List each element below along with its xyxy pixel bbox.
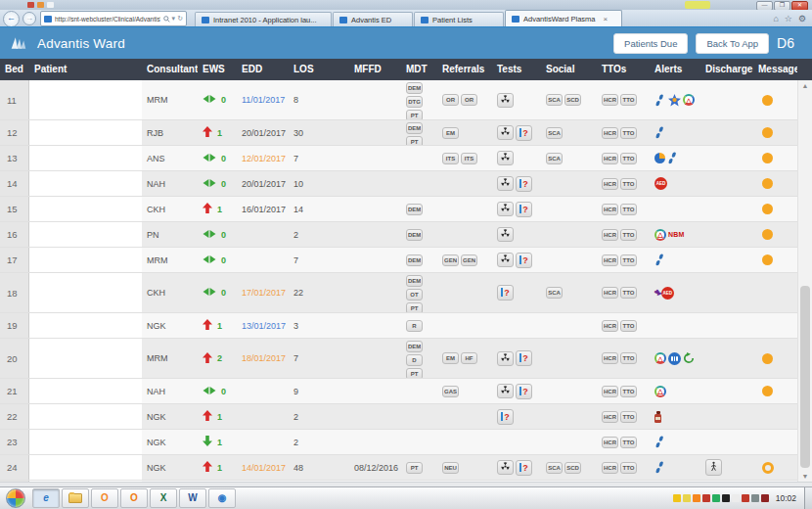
- mdt-badge[interactable]: DTG: [406, 96, 423, 108]
- tto-badge[interactable]: TTO: [620, 386, 637, 397]
- test-query-icon[interactable]: ?: [516, 350, 532, 366]
- referral-badge[interactable]: OR: [461, 94, 477, 106]
- tab-intranet[interactable]: Intranet 2010 - Application lau...: [195, 12, 332, 27]
- close-tab-icon[interactable]: ×: [604, 15, 609, 23]
- nbm-icon[interactable]: NBM: [668, 231, 685, 238]
- tto-badge[interactable]: TTO: [620, 352, 637, 364]
- tto-badge[interactable]: TTO: [620, 411, 637, 423]
- table-row-bed-23[interactable]: 23NGK12HCRTTO: [0, 430, 797, 455]
- social-badge[interactable]: SCA: [546, 287, 563, 299]
- tto-badge[interactable]: HCR: [602, 178, 618, 190]
- ring-triangle-icon[interactable]: △: [654, 386, 666, 397]
- tto-badge[interactable]: HCR: [602, 352, 618, 364]
- table-row-bed-21[interactable]: 21NAH09GAS?HCRTTO△: [0, 379, 797, 404]
- test-query-icon[interactable]: ?: [516, 460, 532, 476]
- home-icon[interactable]: ⌂: [773, 14, 778, 23]
- tab-advantisward-plasma[interactable]: AdvantisWard Plasma ×: [505, 10, 622, 27]
- tto-badge[interactable]: HCR: [602, 320, 618, 332]
- mdt-badge[interactable]: PT: [406, 462, 423, 474]
- taskbar-button-app-orange-1[interactable]: O: [91, 488, 118, 508]
- table-row-bed-15[interactable]: 15CKH116/01/201714DEM?HCRTTO: [0, 197, 797, 222]
- tto-badge[interactable]: HCR: [602, 127, 618, 139]
- tto-badge[interactable]: HCR: [602, 287, 618, 299]
- mdt-badge[interactable]: PT: [406, 368, 423, 378]
- mdt-badge[interactable]: DEM: [406, 82, 423, 94]
- table-row-bed-20[interactable]: 20MRM218/01/20177DEMDPTTVEMHF?HCRTTO△: [0, 339, 797, 379]
- start-button[interactable]: [6, 488, 25, 508]
- radiation-icon[interactable]: [497, 176, 514, 191]
- scroll-down-icon[interactable]: ▼: [798, 473, 812, 480]
- social-badge[interactable]: SCA: [546, 127, 563, 139]
- table-row-bed-12[interactable]: 12RJB120/01/201730DEMPTEM?SCAHCRTTO: [0, 120, 797, 146]
- flash-icon[interactable]: [654, 254, 666, 266]
- refresh-icon[interactable]: ↻: [177, 15, 183, 23]
- taskbar-button-excel[interactable]: X: [150, 488, 177, 508]
- mdt-badge[interactable]: OT: [406, 289, 423, 301]
- taskbar-button-app-orange-2[interactable]: O: [120, 488, 148, 508]
- scrollbar-thumb[interactable]: [800, 286, 810, 468]
- radiation-icon[interactable]: [497, 202, 514, 216]
- message-dot[interactable]: [762, 462, 774, 474]
- mdt-badge[interactable]: DEM: [406, 254, 423, 266]
- scroll-up-icon[interactable]: ▲: [798, 82, 812, 89]
- ring-triangle-icon[interactable]: △: [683, 94, 695, 106]
- address-bar[interactable]: http://snt-webcluster/Clinical/AdvantisW…: [40, 11, 187, 26]
- ring-triangle-icon[interactable]: △: [654, 229, 666, 241]
- referral-badge[interactable]: EM: [442, 127, 459, 139]
- message-dot[interactable]: [762, 204, 773, 214]
- taskbar-clock[interactable]: 10:02: [776, 493, 796, 503]
- message-dot[interactable]: [762, 254, 773, 265]
- tto-badge[interactable]: HCR: [602, 462, 618, 474]
- referral-badge[interactable]: NEU: [442, 462, 459, 474]
- message-dot[interactable]: [762, 95, 773, 106]
- radiation-icon[interactable]: [497, 384, 514, 398]
- tray-icon-3[interactable]: [702, 494, 710, 502]
- social-badge[interactable]: SCD: [564, 462, 581, 474]
- pie-icon[interactable]: [654, 153, 665, 163]
- radiation-icon[interactable]: [497, 460, 514, 475]
- tto-badge[interactable]: HCR: [602, 254, 618, 266]
- tto-badge[interactable]: TTO: [620, 287, 637, 299]
- referral-badge[interactable]: ITS: [461, 153, 477, 164]
- flash-icon[interactable]: [654, 126, 666, 139]
- url-text[interactable]: http://snt-webcluster/Clinical/AdvantisW…: [55, 16, 160, 23]
- test-query-icon[interactable]: ?: [516, 176, 532, 192]
- table-row-bed-16[interactable]: 16PN02DEMHCRTTO△NBM: [0, 222, 797, 248]
- radiation-icon[interactable]: [497, 351, 514, 366]
- tray-icon-8[interactable]: [751, 494, 759, 502]
- mdt-badge[interactable]: PT: [406, 110, 423, 119]
- bottle-icon[interactable]: [654, 411, 661, 423]
- tto-badge[interactable]: TTO: [620, 153, 637, 164]
- referral-badge[interactable]: GEN: [442, 254, 459, 266]
- vertical-scrollbar[interactable]: ▲ ▼: [797, 80, 812, 482]
- test-query-icon[interactable]: ?: [497, 285, 514, 301]
- tto-badge[interactable]: TTO: [620, 320, 637, 332]
- taskbar-button-word[interactable]: W: [179, 488, 206, 508]
- tto-badge[interactable]: TTO: [620, 437, 637, 448]
- table-row-bed-18[interactable]: 18CKH017/01/201722DEMOTPT?SCAHCRTTO♥♥AED: [0, 273, 797, 313]
- flash-icon[interactable]: [667, 152, 679, 164]
- message-dot[interactable]: [762, 353, 773, 364]
- blue-badge-icon[interactable]: [668, 352, 681, 365]
- tray-icon-5[interactable]: [722, 494, 730, 502]
- referral-badge[interactable]: EM: [442, 352, 459, 364]
- table-row-bed-11[interactable]: 11MRM011/01/20178DEMDTGPTORORSCASCDHCRTT…: [0, 80, 797, 120]
- tab-patient-lists[interactable]: Patient Lists: [414, 12, 504, 27]
- table-row-bed-19[interactable]: 19NGK113/01/20173RHCRTTO: [0, 313, 797, 339]
- social-badge[interactable]: SCA: [546, 153, 563, 164]
- mdt-badge[interactable]: DEM: [406, 204, 423, 215]
- tto-badge[interactable]: TTO: [620, 94, 637, 106]
- tray-icon-0[interactable]: [673, 494, 681, 502]
- search-icon[interactable]: [163, 16, 170, 23]
- tto-badge[interactable]: HCR: [602, 437, 618, 448]
- test-query-icon[interactable]: ?: [497, 409, 514, 425]
- star-icon[interactable]: [668, 94, 681, 107]
- tto-badge[interactable]: TTO: [620, 127, 637, 139]
- tray-icon-2[interactable]: [693, 494, 700, 502]
- social-badge[interactable]: SCA: [546, 94, 563, 106]
- table-row-bed-17[interactable]: 17MRM07DEMGENGEN?HCRTTO: [0, 248, 797, 273]
- tto-badge[interactable]: TTO: [620, 254, 637, 266]
- mdt-badge[interactable]: DEM: [406, 275, 423, 287]
- test-query-icon[interactable]: ?: [516, 384, 532, 399]
- test-query-icon[interactable]: ?: [516, 202, 532, 217]
